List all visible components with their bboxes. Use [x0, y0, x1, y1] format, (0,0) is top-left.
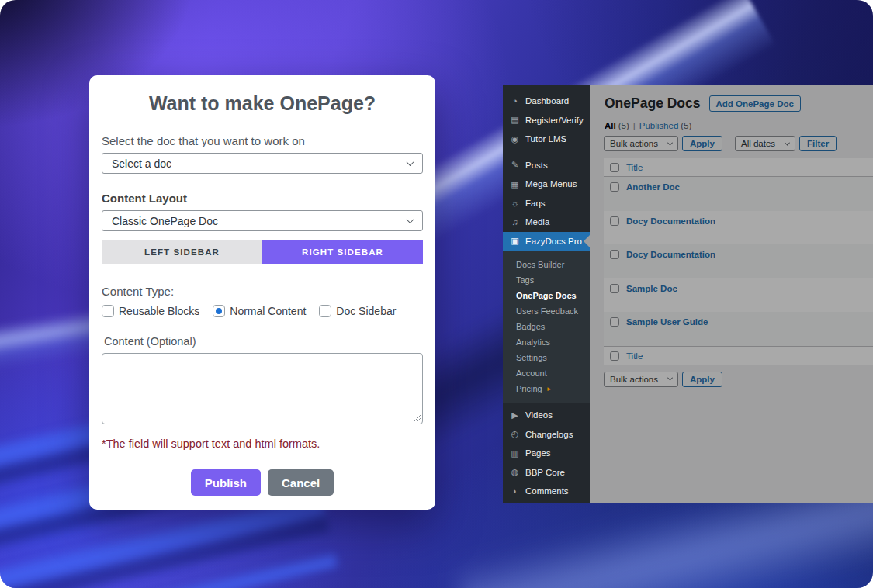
doc-select[interactable]: Select a doc	[102, 153, 423, 174]
faqs-icon: ☼	[510, 199, 520, 208]
sidebar-item-comments[interactable]: ◗ Comments	[503, 482, 590, 501]
table-row: Sample Doc	[604, 278, 873, 313]
pricing-arrow-icon: ►	[546, 386, 553, 393]
sidebar-item-tutor-lms[interactable]: ◉ Tutor LMS	[503, 130, 590, 149]
sidebar-item-label: Media	[525, 217, 549, 227]
register-verify-icon: ▤	[510, 115, 520, 125]
view-filter-link[interactable]: Published	[639, 121, 679, 130]
content-layout-label: Content Layout	[102, 192, 423, 205]
bulk-actions-select[interactable]: Bulk actions	[604, 136, 678, 151]
row-checkbox[interactable]	[610, 216, 619, 226]
eazydocs-submenu: Docs Builder Tags OnePage Docs U	[503, 251, 590, 403]
comments-icon: ◗	[510, 486, 520, 496]
row-checkbox[interactable]	[610, 284, 619, 293]
doc-title-link-sample-user-guide[interactable]: Sample User Guide	[626, 317, 708, 327]
submenu-item-badges[interactable]: Badges	[503, 319, 590, 334]
apply-button-bottom[interactable]: Apply	[682, 372, 722, 387]
submenu-item-account[interactable]: Account	[503, 365, 590, 381]
submenu-item-users-feedback[interactable]: Users Feedback	[503, 303, 590, 319]
title-column-header[interactable]: Title	[626, 163, 643, 172]
title-column-footer[interactable]: Title	[626, 351, 643, 361]
submenu-item-label: Pricing	[516, 384, 542, 393]
view-separator: |	[633, 121, 636, 130]
submenu-item-tags[interactable]: Tags	[503, 272, 590, 288]
cancel-button[interactable]: Cancel	[268, 469, 334, 496]
right-sidebar-button[interactable]: RIGHT SIDEBAR	[262, 240, 423, 264]
publish-button[interactable]: Publish	[191, 469, 261, 496]
sidebar-item-label: Register/Verify	[525, 116, 584, 125]
bbp-core-icon: ◍	[510, 467, 520, 477]
row-checkbox[interactable]	[610, 317, 619, 327]
content-textarea[interactable]	[102, 353, 423, 424]
dates-filter-select[interactable]: All dates	[735, 136, 795, 151]
table-row: Sample User Guide	[604, 312, 873, 346]
posts-icon: ✎	[510, 160, 520, 170]
submenu-item-docs-builder[interactable]: Docs Builder	[503, 257, 590, 272]
left-sidebar-button[interactable]: LEFT SIDEBAR	[102, 240, 262, 264]
option-label: Reusable Blocks	[119, 305, 199, 317]
page-header: OnePage Docs Add OnePage Doc	[605, 95, 873, 112]
sidebar-item-label: Changelogs	[525, 430, 573, 439]
table-header-row: Title	[604, 158, 873, 177]
sidebar-item-label: Tutor LMS	[525, 134, 566, 144]
sidebar-item-media[interactable]: ♫ Media	[503, 213, 590, 232]
sidebar-item-changelogs[interactable]: ◴ Changelogs	[503, 425, 590, 444]
view-filter-link[interactable]: All	[605, 121, 616, 130]
table-footer-row: Title	[604, 346, 873, 365]
doc-title-link-another-doc[interactable]: Another Doc	[626, 182, 680, 192]
sidebar-item-label: Pages	[525, 448, 551, 458]
sidebar-item-mega-menus[interactable]: ▦ Mega Menus	[503, 175, 590, 194]
sidebar-item-label: Faqs	[525, 199, 546, 208]
sidebar-item-register-verify[interactable]: ▤ Register/Verify	[503, 111, 590, 130]
sidebar-item-dashboard[interactable]: ◔ Dashboard	[503, 92, 590, 111]
sidebar-item-label: Videos	[525, 410, 553, 420]
sidebar-item-label: Posts	[525, 161, 548, 170]
doc-title-link-docy-documentation[interactable]: Docy Documentation	[626, 216, 715, 226]
submenu-item-settings[interactable]: Settings	[503, 350, 590, 365]
apply-button[interactable]: Apply	[682, 136, 722, 151]
sidebar-position-toggle: LEFT SIDEBAR RIGHT SIDEBAR	[102, 240, 423, 264]
content-type-option-doc-sidebar: Doc Sidebar	[319, 305, 396, 317]
option-checkbox-doc-sidebar[interactable]	[319, 305, 331, 317]
submenu-item-label: Account	[516, 368, 547, 378]
resize-handle-icon[interactable]	[414, 415, 421, 422]
page-title: OnePage Docs	[605, 95, 701, 112]
bulk-actions-value: Bulk actions	[610, 375, 658, 384]
bottom-tablenav: Bulk actions Apply	[604, 372, 873, 387]
sidebar-item-eazydocs-pro[interactable]: ▣ EazyDocs Pro	[503, 232, 590, 251]
modal-title: Want to make OnePage?	[102, 92, 423, 115]
sidebar-item-label: Dashboard	[525, 96, 569, 105]
bulk-actions-select-bottom[interactable]: Bulk actions	[604, 372, 678, 387]
sidebar-item-bbp-core[interactable]: ◍ BBP Core	[503, 463, 590, 483]
submenu-item-onepage-docs[interactable]: OnePage Docs	[503, 288, 590, 303]
add-onepage-doc-button[interactable]: Add OnePage Doc	[709, 95, 801, 112]
chevron-down-icon	[667, 140, 673, 145]
sidebar-item-pages[interactable]: ▥ Pages	[503, 444, 590, 463]
filter-button[interactable]: Filter	[799, 136, 837, 151]
content-type-option-reusable-blocks: Reusable Blocks	[102, 305, 199, 317]
chevron-down-icon	[407, 216, 414, 223]
sidebar-item-videos[interactable]: ▶ Videos	[503, 406, 590, 425]
submenu-item-pricing[interactable]: Pricing ►	[503, 381, 590, 396]
option-checkbox-normal-content[interactable]	[213, 305, 225, 317]
row-checkbox[interactable]	[610, 250, 619, 259]
submenu-item-label: Analytics	[516, 337, 550, 347]
doc-title-link-docy-documentation[interactable]: Docy Documentation	[626, 250, 715, 259]
view-filter-published: Published (5) |	[639, 121, 692, 130]
content-layout-select[interactable]: Classic OnePage Doc	[102, 210, 423, 231]
select-all-checkbox[interactable]	[610, 163, 619, 172]
doc-title-link-sample-doc[interactable]: Sample Doc	[626, 284, 677, 293]
content-optional-label: Content (Optional)	[104, 335, 423, 348]
onepage-modal: Want to make OnePage? Select the doc tha…	[89, 75, 435, 510]
media-icon: ♫	[510, 217, 520, 227]
sidebar-item-label: Mega Menus	[525, 179, 577, 189]
doc-select-label: Select the doc that you want to work on	[102, 134, 423, 147]
submenu-item-analytics[interactable]: Analytics	[503, 334, 590, 350]
content-type-option-normal-content: Normal Content	[213, 305, 306, 317]
wp-admin-content: OnePage Docs Add OnePage Doc All (5) | P…	[590, 85, 873, 503]
option-checkbox-reusable-blocks[interactable]	[102, 305, 114, 317]
sidebar-item-posts[interactable]: ✎ Posts	[503, 156, 590, 175]
select-all-checkbox[interactable]	[610, 351, 619, 361]
row-checkbox[interactable]	[610, 182, 619, 192]
sidebar-item-faqs[interactable]: ☼ Faqs	[503, 194, 590, 213]
